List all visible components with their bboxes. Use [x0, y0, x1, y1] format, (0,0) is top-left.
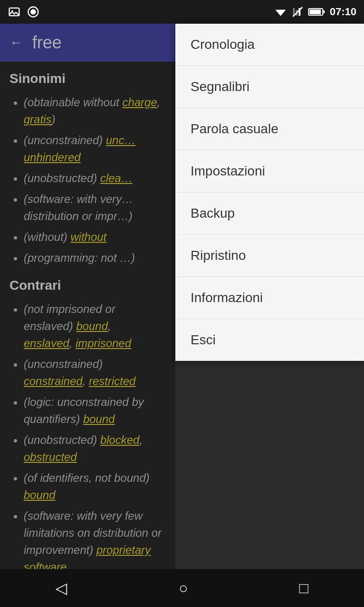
menu-item-esci[interactable]: Esci — [175, 319, 364, 361]
nav-back-button[interactable]: ◁ — [55, 579, 67, 597]
menu-item-ripristino[interactable]: Ripristino — [175, 235, 364, 277]
menu-item-parola-casuale[interactable]: Parola casuale — [175, 108, 364, 150]
menu-item-impostazioni[interactable]: Impostazioni — [175, 150, 364, 193]
menu-item-cronologia[interactable]: Cronologia — [175, 24, 364, 66]
nav-bar: ◁ ○ □ — [0, 569, 364, 607]
dropdown-menu: Cronologia Segnalibri Parola casuale Imp… — [175, 24, 364, 361]
nav-home-button[interactable]: ○ — [179, 579, 188, 597]
svg-marker-4 — [275, 10, 286, 16]
wifi-icon — [274, 7, 287, 17]
time-display: 07:10 — [330, 6, 356, 18]
menu-item-backup[interactable]: Backup — [175, 193, 364, 235]
menu-item-informazioni[interactable]: Informazioni — [175, 277, 364, 319]
status-bar-left — [8, 5, 40, 18]
svg-rect-11 — [323, 10, 325, 13]
overlay[interactable] — [0, 24, 175, 569]
svg-point-3 — [30, 9, 36, 15]
battery-icon — [308, 7, 325, 17]
signal-off-icon — [292, 5, 303, 18]
status-bar: 07:10 — [0, 0, 364, 24]
nav-recents-button[interactable]: □ — [299, 579, 308, 597]
status-bar-right: 07:10 — [274, 5, 356, 18]
image-icon — [8, 5, 21, 18]
record-icon — [27, 5, 40, 18]
menu-item-segnalibri[interactable]: Segnalibri — [175, 66, 364, 108]
svg-rect-10 — [309, 9, 321, 14]
